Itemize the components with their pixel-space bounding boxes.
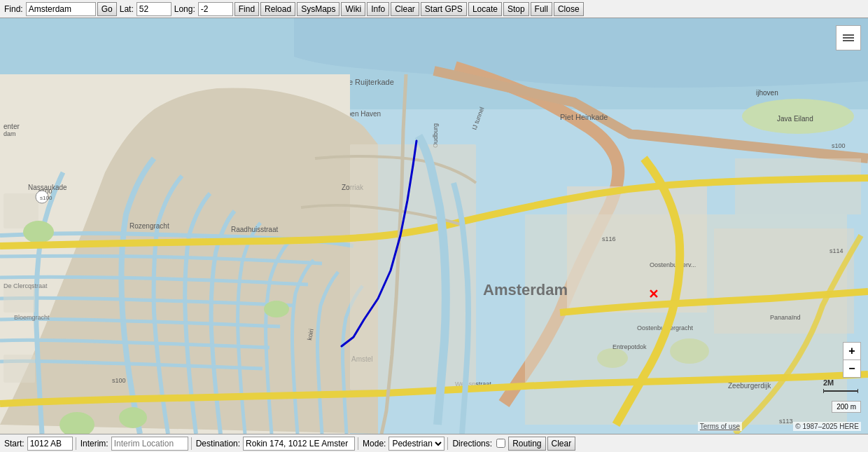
go-button[interactable]: Go (97, 2, 117, 16)
svg-text:s100: s100 (112, 377, 126, 384)
locate-button[interactable]: Locate (468, 2, 502, 16)
sysmaps-button[interactable]: SysMaps (297, 2, 340, 16)
mode-label: Mode: (361, 439, 387, 448)
terms-link[interactable]: Terms of use (698, 422, 742, 431)
directions-checkbox[interactable] (496, 439, 505, 448)
svg-text:Piet Heinkade: Piet Heinkade (560, 113, 608, 121)
start-gps-button[interactable]: Start GPS (421, 2, 467, 16)
svg-text:s100: s100 (832, 142, 846, 149)
routing-button[interactable]: Routing (508, 437, 545, 451)
destination-marker: ✕ (648, 287, 659, 301)
find-input[interactable] (26, 2, 96, 16)
svg-text:Entrepotdok: Entrepotdok (612, 343, 647, 350)
info-button[interactable]: Info (367, 2, 389, 16)
svg-point-14 (264, 301, 289, 317)
long-label: Long: (173, 4, 197, 14)
svg-rect-51 (843, 40, 854, 41)
svg-text:De Ruijterkade: De Ruijterkade (343, 78, 394, 86)
map-container[interactable]: Java Eiland ijhoven Piet Heinkade De Rui… (0, 18, 868, 434)
separator-4 (447, 437, 448, 450)
mode-select[interactable]: Pedestrian Car Bicycle (388, 437, 444, 451)
svg-text:s116: s116 (602, 235, 616, 242)
svg-text:Pananaïnd: Pananaïnd (770, 314, 801, 321)
stop-button[interactable]: Stop (503, 2, 529, 16)
svg-text:Java Eiland: Java Eiland (777, 115, 813, 123)
svg-text:Bloemgracht: Bloemgracht (14, 314, 50, 321)
long-input[interactable] (198, 2, 233, 16)
city-label: Amsterdam (483, 281, 568, 299)
svg-text:De Clercqstraat: De Clercqstraat (4, 282, 48, 289)
svg-rect-13 (4, 355, 35, 383)
svg-text:Oostenburgerv...: Oostenburgerv... (650, 261, 696, 268)
svg-rect-37 (735, 158, 861, 214)
destination-label: Destination: (195, 439, 241, 448)
find-button[interactable]: Find (234, 2, 259, 16)
svg-text:enter: enter (4, 123, 20, 130)
bottom-toolbar: Start: Interim: Destination: Mode: Pedes… (0, 434, 868, 452)
svg-text:s113: s113 (779, 418, 793, 425)
svg-text:Oudburg: Oudburg (432, 123, 439, 148)
copyright: © 1987–2025 HERE (793, 422, 861, 431)
separator-3 (358, 437, 358, 450)
scale-label: 2M (823, 378, 858, 395)
svg-text:Zeeburgerdijk: Zeeburgerdijk (728, 382, 771, 390)
svg-rect-33 (350, 144, 476, 390)
close-button[interactable]: Close (554, 2, 584, 16)
directions-label: Directions: (451, 439, 493, 448)
svg-text:s114: s114 (830, 247, 844, 254)
zoom-out-button[interactable]: − (844, 360, 860, 377)
reload-button[interactable]: Reload (260, 2, 295, 16)
start-label: Start: (3, 439, 26, 448)
svg-point-15 (23, 221, 54, 243)
svg-rect-49 (843, 34, 854, 36)
interim-input[interactable] (111, 437, 188, 451)
separator-2 (191, 437, 192, 450)
clear-route-button[interactable]: Clear (547, 437, 576, 451)
svg-point-17 (119, 407, 147, 428)
zoom-in-button[interactable]: + (844, 343, 860, 359)
lat-label: Lat: (118, 4, 135, 14)
svg-rect-50 (843, 37, 854, 39)
wiki-button[interactable]: Wiki (341, 2, 365, 16)
svg-text:ijhoven: ijhoven (756, 89, 778, 97)
svg-text:Rozengracht: Rozengracht (130, 222, 169, 230)
separator-1 (76, 437, 76, 450)
scale-distance: 200 m (836, 403, 856, 411)
svg-text:Raadhuisstraat: Raadhuisstraat (231, 226, 278, 233)
svg-text:dam: dam (4, 130, 16, 137)
layer-button[interactable] (836, 25, 861, 50)
map-svg: Java Eiland ijhoven Piet Heinkade De Rui… (0, 18, 868, 434)
top-toolbar: Find: Go Lat: Long: Find Reload SysMaps … (0, 0, 868, 18)
start-input[interactable] (27, 437, 73, 451)
clear-button[interactable]: Clear (391, 2, 419, 16)
find-label: Find: (3, 4, 24, 14)
lat-input[interactable] (136, 2, 172, 16)
svg-text:s100: s100 (40, 195, 52, 201)
destination-input[interactable] (243, 437, 355, 451)
full-button[interactable]: Full (531, 2, 552, 16)
svg-rect-35 (567, 186, 707, 313)
scale-widget: 200 m (832, 401, 861, 413)
interim-label: Interim: (79, 439, 110, 448)
zoom-controls: + − (843, 342, 861, 378)
